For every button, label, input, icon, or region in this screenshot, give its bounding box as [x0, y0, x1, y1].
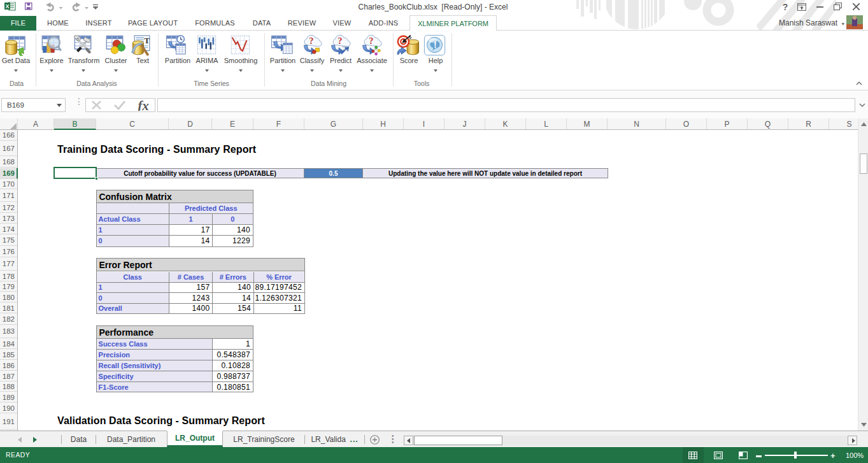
- svg-text:fx: fx: [138, 100, 149, 111]
- svg-text:X: X: [5, 3, 9, 10]
- svg-text:T: T: [144, 36, 150, 45]
